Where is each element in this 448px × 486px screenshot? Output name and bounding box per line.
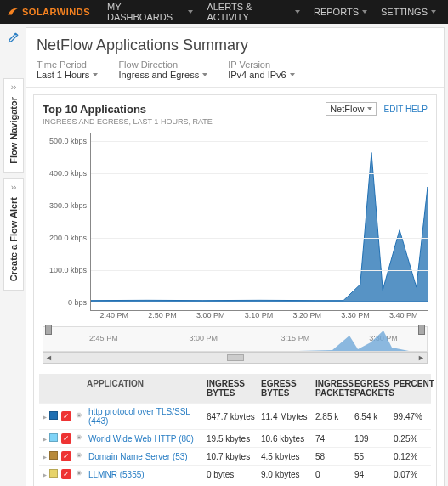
egress-bytes: 9.0 kbytes — [261, 470, 315, 479]
create-flow-alert-rail[interactable]: ›› Create a Flow Alert — [3, 178, 24, 291]
brand-text: SOLARWINDS — [22, 7, 90, 17]
x-tick: 3:20 PM — [283, 311, 332, 319]
series-swatch — [49, 433, 61, 444]
gear-icon[interactable] — [75, 451, 87, 461]
gear-icon[interactable] — [75, 433, 87, 444]
chart-svg — [91, 133, 428, 310]
mini-chart[interactable]: 2:45 PM 3:00 PM 3:15 PM 3:30 PM — [43, 326, 428, 352]
row-checkbox[interactable]: ✓ — [61, 469, 75, 479]
y-axis: 0 bps100.0 kbps200.0 kbps300.0 kbps400.0… — [43, 133, 90, 311]
ingress-packets: 58 — [315, 452, 354, 461]
x-tick: 3:40 PM — [379, 311, 428, 319]
help-link[interactable]: HELP — [405, 105, 428, 114]
app-link[interactable]: World Wide Web HTTP (80) — [87, 434, 207, 444]
chevron-down-icon — [188, 10, 193, 14]
chevron-right-icon: ›› — [11, 183, 17, 192]
applications-table: APPLICATION INGRESS BYTES EGRESS BYTES I… — [39, 374, 431, 486]
egress-packets: 94 — [354, 470, 394, 479]
ingress-bytes: 0 bytes — [207, 470, 261, 479]
x-tick: 3:30 PM — [332, 311, 380, 319]
view-selector[interactable]: NetFlow — [326, 102, 377, 116]
nav-reports[interactable]: REPORTS — [309, 2, 372, 22]
x-axis: 2:40 PM2:50 PM3:00 PM3:10 PM3:20 PM3:30 … — [90, 311, 428, 319]
chart-plot[interactable] — [90, 133, 428, 311]
expand-icon[interactable]: ▸ — [39, 452, 49, 461]
y-tick: 400.0 kbps — [49, 169, 87, 178]
expand-icon[interactable]: ▸ — [39, 412, 49, 421]
egress-packets: 55 — [354, 452, 394, 461]
gear-icon[interactable] — [75, 469, 87, 479]
nav-settings[interactable]: SETTINGS — [376, 2, 441, 22]
y-tick: 0 bps — [68, 298, 87, 307]
egress-packets: 6.54 k — [354, 412, 394, 421]
chevron-down-icon — [362, 10, 367, 14]
expand-icon[interactable]: ▸ — [39, 434, 49, 444]
percent: 0.12% — [394, 452, 431, 461]
table-header: APPLICATION INGRESS BYTES EGRESS BYTES I… — [39, 374, 431, 403]
scroll-left-icon[interactable]: ◄ — [45, 353, 53, 362]
app-link[interactable]: http protocol over TLS/SSL (443) — [87, 407, 207, 426]
chevron-down-icon — [93, 73, 98, 76]
horizontal-scrollbar[interactable]: ◄ ► — [43, 352, 428, 364]
edit-page-icon[interactable] — [7, 31, 20, 47]
gear-icon[interactable] — [75, 411, 87, 421]
x-tick: 2:40 PM — [90, 311, 139, 319]
row-checkbox[interactable]: ✓ — [61, 411, 75, 421]
app-link[interactable]: Domain Name Server (53) — [87, 452, 207, 461]
range-handle-right[interactable] — [418, 325, 425, 335]
table-row: ▸✓http protocol over TLS/SSL (443)647.7 … — [39, 403, 431, 429]
ingress-packets: 0 — [315, 470, 354, 479]
top-nav: SOLARWINDS MY DASHBOARDS ALERTS & ACTIVI… — [0, 0, 448, 24]
row-checkbox[interactable]: ✓ — [61, 451, 75, 461]
chevron-right-icon: ›› — [11, 82, 17, 92]
chevron-down-icon — [202, 73, 207, 76]
chevron-down-icon — [367, 107, 372, 110]
scroll-right-icon[interactable]: ► — [417, 353, 425, 362]
app-link[interactable]: LLMNR (5355) — [87, 470, 207, 479]
series-swatch — [49, 469, 61, 479]
x-tick: 3:10 PM — [235, 311, 283, 319]
brand-logo[interactable]: SOLARWINDS — [7, 6, 90, 18]
filter-direction[interactable]: Flow Direction Ingress and Egress — [118, 59, 207, 80]
nav-my-dashboards[interactable]: MY DASHBOARDS — [102, 2, 198, 22]
y-tick: 100.0 kbps — [49, 266, 87, 274]
nav-alerts-activity[interactable]: ALERTS & ACTIVITY — [201, 2, 305, 22]
flow-navigator-rail[interactable]: ›› Flow Navigator — [3, 78, 24, 173]
row-checkbox[interactable]: ✓ — [61, 433, 75, 444]
egress-bytes: 11.4 Mbytes — [261, 412, 315, 421]
egress-bytes: 4.5 kbytes — [261, 452, 315, 461]
ingress-bytes: 647.7 kbytes — [207, 412, 261, 421]
page-header: NetFlow Applications Summary Time Period… — [26, 28, 444, 88]
top-apps-card: Top 10 Applications NetFlow EDIT HELP IN… — [33, 94, 437, 486]
chevron-down-icon — [431, 10, 436, 14]
expand-icon[interactable]: ▸ — [39, 470, 49, 479]
edit-link[interactable]: EDIT — [383, 105, 403, 114]
filter-ipversion[interactable]: IP Version IPv4 and IPv6 — [228, 59, 295, 80]
percent: 0.25% — [394, 434, 431, 444]
page-container: NetFlow Applications Summary Time Period… — [26, 27, 445, 486]
percent: 0.07% — [394, 470, 431, 479]
filter-time[interactable]: Time Period Last 1 Hours — [37, 59, 98, 80]
table-row: ▸✓NETBIOS Name Service (137)0 bytes8.1 k… — [39, 483, 431, 486]
ingress-packets: 74 — [315, 434, 354, 444]
traffic-chart[interactable]: 0 bps100.0 kbps200.0 kbps300.0 kbps400.0… — [43, 133, 428, 311]
table-row: ▸✓LLMNR (5355)0 bytes9.0 kbytes0940.07% — [39, 465, 431, 483]
chevron-down-icon — [295, 10, 300, 14]
egress-bytes: 10.6 kbytes — [261, 434, 315, 444]
x-tick: 2:50 PM — [139, 311, 187, 319]
series-swatch — [49, 411, 61, 421]
y-tick: 200.0 kbps — [49, 234, 87, 242]
ingress-bytes: 19.5 kbytes — [207, 434, 261, 444]
ingress-bytes: 10.7 kbytes — [207, 452, 261, 461]
card-subtitle: INGRESS AND EGRESS, LAST 1 HOURS, RATE — [34, 117, 436, 129]
chevron-down-icon — [290, 73, 295, 76]
time-range-selector[interactable]: 2:45 PM 3:00 PM 3:15 PM 3:30 PM ◄ ► — [43, 326, 428, 364]
series-swatch — [49, 451, 61, 461]
table-row: ▸✓Domain Name Server (53)10.7 kbytes4.5 … — [39, 447, 431, 465]
card-title: Top 10 Applications — [43, 103, 146, 116]
table-row: ▸✓World Wide Web HTTP (80)19.5 kbytes10.… — [39, 429, 431, 447]
ingress-packets: 2.85 k — [315, 412, 354, 421]
percent: 99.47% — [394, 412, 431, 421]
scroll-thumb[interactable] — [227, 354, 244, 361]
y-tick: 500.0 kbps — [49, 137, 87, 145]
